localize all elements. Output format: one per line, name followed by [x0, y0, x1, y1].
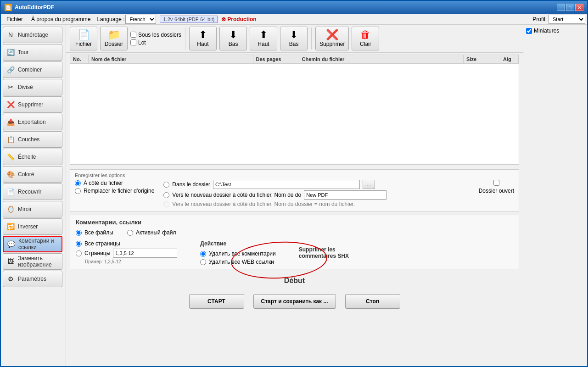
- language-label: Language :: [97, 16, 124, 22]
- sidebar-label-recouvrir: Recouvrir: [18, 189, 41, 195]
- main-window: 📄 AutoEditorPDF — □ ✕ Fichier À propos d…: [0, 0, 588, 367]
- pages-some-group: Страницы Пример: 1,3,5-12: [76, 249, 177, 264]
- close-button[interactable]: ✕: [575, 4, 583, 11]
- lot-checkbox[interactable]: [130, 39, 136, 45]
- fichier-icon: 📄: [78, 30, 90, 40]
- scope-active-label[interactable]: Активный файл: [127, 229, 176, 236]
- menu-apropos[interactable]: À propos du programme: [28, 15, 94, 23]
- pages-some-label[interactable]: Страницы: [76, 249, 177, 258]
- action2-radio[interactable]: [200, 259, 206, 265]
- menu-fichier[interactable]: Fichier: [3, 15, 27, 23]
- sidebar-label-miroir: Miroir: [18, 206, 32, 212]
- action-btn-row: СТАРТ Старт и сохранить как ... Стоп: [189, 294, 400, 309]
- radio-nom[interactable]: [163, 201, 169, 207]
- lot-label: Lot: [138, 39, 146, 46]
- sidebar-item-miroir[interactable]: 🪞 Miroir: [3, 201, 62, 217]
- sidebar-item-echelle[interactable]: 📏 Échelle: [3, 149, 62, 165]
- scope-all-radio[interactable]: [76, 230, 82, 236]
- sidebar-item-colore[interactable]: 🎨 Coloré: [3, 166, 62, 183]
- scope-active-radio[interactable]: [127, 230, 133, 236]
- sidebar-label-exportation: Exportation: [18, 119, 46, 125]
- combiner-icon: 🔗: [6, 65, 15, 74]
- sidebar-item-numerotage[interactable]: N Numérotage: [3, 27, 62, 43]
- haut2-icon: ⬆: [259, 30, 268, 40]
- table-body: [70, 64, 519, 164]
- maximize-button[interactable]: □: [566, 4, 574, 11]
- dossier-ouvert-check[interactable]: [493, 180, 499, 186]
- action-col: Действие Удалить все комментарии Удалить…: [200, 240, 275, 265]
- browse-button[interactable]: ...: [363, 180, 375, 189]
- table-header: No. Nom de fichier Des pages Chemin du f…: [70, 55, 519, 64]
- scope-row: Все файлы Активный файл: [76, 229, 513, 236]
- sidebar-item-parametres[interactable]: ⚙ Paramètres: [3, 271, 62, 287]
- sidebar-item-tour[interactable]: 🔄 Tour: [3, 44, 62, 61]
- radio-dossier[interactable]: [163, 182, 169, 188]
- scope-active-text: Активный файл: [136, 229, 176, 236]
- action1-radio[interactable]: [200, 251, 206, 257]
- language-select[interactable]: French English: [125, 15, 156, 24]
- pages-some-radio[interactable]: [76, 250, 82, 256]
- sous-label: Sous les dossiers: [138, 32, 181, 38]
- stop-button[interactable]: Стоп: [345, 294, 400, 309]
- sidebar-item-couches[interactable]: 📋 Couches: [3, 131, 62, 148]
- file-table: No. Nom de fichier Des pages Chemin du f…: [70, 55, 519, 165]
- sidebar-item-combiner[interactable]: 🔗 Combiner: [3, 61, 62, 78]
- radio-remplacer[interactable]: [75, 188, 81, 194]
- dossier-path-input[interactable]: [213, 180, 360, 189]
- miniatures-panel: Miniatures: [523, 25, 587, 366]
- fichier-label: Fichier: [75, 41, 92, 47]
- start-save-button[interactable]: Старт и сохранить как ...: [253, 294, 336, 309]
- pages-all-label[interactable]: Все страницы: [76, 240, 177, 247]
- sous-checkbox[interactable]: [130, 32, 136, 38]
- sidebar-item-zamenit[interactable]: 🖼 Заменить изображение: [3, 253, 62, 270]
- miniatures-check-label[interactable]: Miniatures: [526, 28, 584, 34]
- radio-remplacer-label: Remplacer le fichier d'origine: [84, 188, 154, 194]
- title-bar-left: 📄 AutoEditorPDF: [5, 4, 54, 11]
- sidebar-label-couches: Couches: [18, 136, 39, 143]
- radio-cote[interactable]: [75, 180, 81, 186]
- sidebar-item-recouvrir[interactable]: 📄 Recouvrir: [3, 184, 62, 200]
- supprimer-toolbar-button[interactable]: ❌ Supprimer: [315, 27, 349, 50]
- sidebar-item-supprimer[interactable]: ❌ Supprimer: [3, 96, 62, 113]
- clair-button[interactable]: 🗑 Clair: [352, 27, 379, 50]
- sidebar-item-inverser[interactable]: 🔁 Inverser: [3, 218, 62, 235]
- bas1-button[interactable]: ⬇ Bas: [219, 27, 247, 50]
- dossier-button[interactable]: 📁 Dossier: [100, 27, 128, 50]
- minimize-button[interactable]: —: [557, 4, 565, 11]
- haut2-button[interactable]: ⬆ Haut: [250, 27, 277, 50]
- haut1-button[interactable]: ⬆ Haut: [189, 27, 217, 50]
- debut-label: Début: [284, 277, 305, 285]
- profil-select[interactable]: Start: [549, 15, 585, 24]
- action1-label[interactable]: Удалить все комментарии: [200, 250, 275, 257]
- pages-input[interactable]: [113, 249, 177, 258]
- radio-cote-label: À côté du fichier: [84, 180, 123, 186]
- miniatures-checkbox[interactable]: [526, 28, 532, 34]
- action2-label[interactable]: Удалить все WEB ссылки: [200, 259, 275, 265]
- toolbar: 📄 Fichier 📁 Dossier Sous les dossiers Lo…: [66, 25, 523, 53]
- sidebar-item-commentaires[interactable]: 💬 Коментарии и ссылки: [3, 236, 62, 252]
- start-button[interactable]: СТАРТ: [189, 294, 244, 309]
- lot-checkbox-label[interactable]: Lot: [130, 39, 181, 46]
- content-row: Все страницы Страницы Пример: 1,3,5-12: [76, 240, 513, 265]
- pages-all-radio[interactable]: [76, 241, 82, 247]
- sidebar-label-commentaires: Коментарии и ссылки: [18, 238, 59, 250]
- comments-title: Комментарии, ссылки: [76, 219, 513, 226]
- scope-all-label[interactable]: Все файлы: [76, 229, 113, 236]
- bas2-button[interactable]: ⬇ Bas: [280, 27, 308, 50]
- pages-col: Все страницы Страницы Пример: 1,3,5-12: [76, 240, 177, 264]
- clair-icon: 🗑: [360, 30, 370, 40]
- col-header-path: Chemin du fichier: [299, 55, 464, 63]
- echelle-icon: 📏: [6, 152, 15, 161]
- window-title: AutoEditorPDF: [15, 4, 54, 11]
- radio-nom-label: Vers le nouveau dossier à côté du fichie…: [172, 201, 355, 207]
- action-note: Supprimer les commentaires SHX: [299, 246, 349, 259]
- nouveau-path-input[interactable]: [304, 190, 386, 200]
- zamenit-icon: 🖼: [6, 257, 15, 266]
- sidebar-item-exportation[interactable]: 📤 Exportation: [3, 114, 62, 130]
- radio-nouveau[interactable]: [163, 192, 169, 198]
- sous-checkbox-label[interactable]: Sous les dossiers: [130, 32, 181, 38]
- fichier-button[interactable]: 📄 Fichier: [70, 27, 97, 50]
- sidebar-item-divise[interactable]: ✂ Divisé: [3, 79, 62, 95]
- col-header-pages: Des pages: [253, 55, 299, 63]
- sidebar-label-colore: Coloré: [18, 171, 34, 178]
